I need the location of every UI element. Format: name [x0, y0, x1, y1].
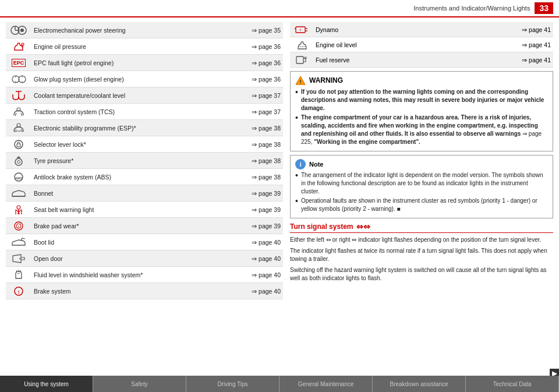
- svg-text:!: !: [18, 225, 19, 229]
- page-header: Instruments and Indicator/Warning Lights…: [0, 0, 559, 17]
- row-ref: ⇒ page 38: [236, 125, 283, 132]
- row-ref: ⇒ page 41: [507, 26, 553, 33]
- row-ref: ⇒ page 39: [236, 206, 283, 213]
- svg-point-22: [17, 160, 20, 163]
- row-label: Electronic stability programme (ESP)*: [31, 123, 236, 133]
- row-label: Bonnet: [31, 189, 236, 198]
- steering-icon: [6, 24, 31, 36]
- footer-tab-breakdown[interactable]: Breakdown assistance: [373, 376, 466, 392]
- main-content: Electromechanical power steering ⇒ page …: [0, 17, 559, 379]
- table-row: Bonnet ⇒ page 39: [6, 185, 283, 202]
- svg-point-21: [15, 158, 22, 165]
- turn-signal-para-1: Either the left ⇔ or right ⇔ indicator l…: [290, 236, 553, 245]
- table-row: + Dynamo ⇒ page 41: [290, 22, 553, 37]
- row-label: Tyre pressure*: [31, 156, 236, 165]
- svg-text:ABS: ABS: [15, 176, 23, 180]
- table-row: ABS Antilock brake system (ABS) ⇒ page 3…: [6, 169, 283, 185]
- svg-point-19: [15, 140, 23, 149]
- table-row: Coolant temperature/coolant level ⇒ page…: [6, 87, 283, 104]
- row-label: Boot lid: [31, 238, 236, 247]
- row-label: Dynamo: [313, 25, 507, 34]
- row-label: Traction control system (TCS): [31, 107, 236, 116]
- row-ref: ⇒ page 40: [236, 288, 283, 295]
- table-row: Open door ⇒ page 40: [6, 250, 283, 267]
- row-label: Brake system: [31, 287, 236, 296]
- row-label: Fuel reserve: [313, 55, 507, 65]
- row-label: Engine oil level: [313, 40, 507, 50]
- row-ref: ⇒ page 36: [236, 43, 283, 50]
- table-row: Engine oil level ⇒ page 41: [290, 37, 553, 52]
- row-ref: ⇒ page 36: [236, 76, 283, 83]
- row-ref: ⇒ page 40: [236, 239, 283, 246]
- footer-tab-technical-data[interactable]: Technical Data: [466, 376, 559, 392]
- row-ref: ⇒ page 41: [507, 56, 553, 63]
- selector-lock-icon: [6, 139, 31, 150]
- table-row: Traction control system (TCS) ⇒ page 37: [6, 104, 283, 120]
- row-ref: ⇒ page 38: [236, 174, 283, 181]
- tyre-pressure-icon: [6, 155, 31, 167]
- warning-triangle-icon: !: [295, 75, 306, 86]
- row-label: Fluid level in windshield washer system*: [31, 270, 236, 280]
- turn-signal-body: Either the left ⇔ or right ⇔ indicator l…: [290, 236, 553, 283]
- table-row: ! Brake system ⇒ page 40: [6, 283, 283, 299]
- row-ref: ⇒ page 39: [236, 190, 283, 197]
- warning-bullet-2: • The engine compartment of your car is …: [295, 114, 548, 146]
- table-row: EPC EPC fault light (petrol engine) ⇒ pa…: [6, 55, 283, 71]
- table-row: ! Brake pad wear* ⇒ page 39: [6, 218, 283, 234]
- warning-bullet-1: • If you do not pay attention to the war…: [295, 88, 548, 112]
- table-row: Fuel reserve ⇒ page 41: [290, 52, 553, 68]
- turn-signal-para-3: Switching off the hazard warning light s…: [290, 266, 553, 283]
- footer-nav: Using the system Safety Driving Tips Gen…: [0, 376, 559, 392]
- row-ref: ⇒ page 37: [236, 108, 283, 115]
- row-ref: ⇒ page 38: [236, 157, 283, 164]
- esp-icon: [6, 122, 31, 134]
- table-row: Engine oil pressure ⇒ page 36: [6, 38, 283, 55]
- svg-text:+: +: [299, 28, 302, 32]
- svg-point-34: [19, 258, 20, 259]
- row-ref: ⇒ page 40: [236, 255, 283, 262]
- row-ref: ⇒ page 35: [236, 27, 283, 34]
- row-label: Engine oil pressure: [31, 42, 236, 51]
- epc-text: EPC: [12, 59, 26, 67]
- note-icon: i: [295, 159, 306, 169]
- row-ref: ⇒ page 38: [236, 141, 283, 148]
- footer-tab-safety[interactable]: Safety: [93, 376, 186, 392]
- svg-point-27: [17, 206, 20, 209]
- table-row: Fluid level in windshield washer system*…: [6, 267, 283, 283]
- svg-point-18: [17, 123, 20, 127]
- footer-tab-using-system[interactable]: Using the system: [0, 376, 93, 392]
- brake-pad-icon: !: [6, 220, 31, 232]
- row-label: Brake pad wear*: [31, 221, 236, 231]
- oil-pressure-icon: [6, 41, 31, 52]
- svg-line-16: [15, 113, 16, 116]
- note-title: Note: [309, 161, 323, 168]
- svg-text:!: !: [299, 78, 301, 84]
- row-ref: ⇒ page 36: [236, 59, 283, 66]
- abs-icon: ABS: [6, 171, 31, 183]
- brake-system-icon: !: [6, 285, 31, 297]
- traction-control-icon: [6, 106, 31, 118]
- note-bullet-1: • The arrangement of the indicator light…: [295, 171, 548, 196]
- row-label: EPC fault light (petrol engine): [31, 58, 236, 68]
- row-label: Seat belt warning light: [31, 205, 236, 214]
- svg-rect-43: [296, 56, 303, 63]
- page-number: 33: [535, 2, 553, 14]
- footer-tab-general-maintenance[interactable]: General Maintenance: [280, 376, 373, 392]
- table-row: Boot lid ⇒ page 40: [6, 234, 283, 250]
- seatbelt-icon: [6, 204, 31, 216]
- table-row: Tyre pressure* ⇒ page 38: [6, 153, 283, 169]
- footer-tab-driving-tips[interactable]: Driving Tips: [186, 376, 280, 392]
- washer-fluid-icon: [6, 269, 31, 281]
- note-header: i Note: [295, 159, 548, 169]
- note-box: i Note • The arrangement of the indicato…: [290, 155, 553, 218]
- header-title: Instruments and Indicator/Warning Lights: [413, 5, 530, 12]
- row-label: Selector lever lock*: [31, 140, 236, 149]
- turn-signal-title: Turn signal system ⇔⇔: [290, 222, 553, 233]
- note-text: • The arrangement of the indicator light…: [295, 171, 548, 213]
- turn-signal-para-2: The indicator light flashes at twice its…: [290, 247, 553, 264]
- boot-lid-icon: [6, 236, 31, 248]
- table-row: Electromechanical power steering ⇒ page …: [6, 22, 283, 38]
- warning-title: WARNING: [309, 76, 343, 84]
- warning-text: • If you do not pay attention to the war…: [295, 88, 548, 146]
- glow-plug-icon: [6, 73, 31, 85]
